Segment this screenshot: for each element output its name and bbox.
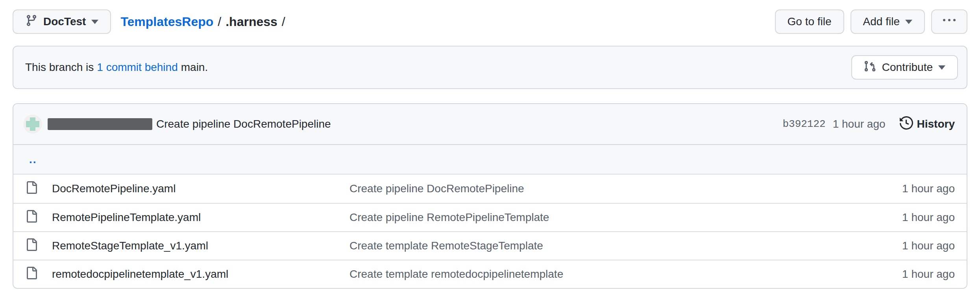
go-to-file-button[interactable]: Go to file: [775, 9, 844, 34]
file-name-link[interactable]: RemoteStageTemplate_v1.yaml: [52, 240, 208, 252]
latest-commit-time: 1 hour ago: [833, 118, 886, 130]
table-row[interactable]: DocRemotePipeline.yaml Create pipeline D…: [13, 175, 967, 203]
parent-directory-row[interactable]: ..: [13, 145, 967, 175]
history-clock-icon: [900, 116, 913, 132]
table-row[interactable]: RemotePipelineTemplate.yaml Create pipel…: [13, 203, 967, 231]
add-file-label: Add file: [863, 15, 900, 28]
branch-status-banner: This branch is 1 commit behind main. Con…: [13, 46, 967, 89]
breadcrumb-repo-link[interactable]: TemplatesRepo: [120, 15, 213, 29]
breadcrumb-current-path: .harness: [226, 15, 277, 29]
commit-author-avatar[interactable]: [23, 115, 42, 134]
file-commit-message-link[interactable]: Create template remotedocpipelinetemplat…: [349, 268, 837, 281]
file-icon: [25, 238, 38, 254]
file-commit-message-link[interactable]: Create pipeline DocRemotePipeline: [349, 182, 837, 195]
toolbar-left: DocTest TemplatesRepo / .harness /: [13, 9, 285, 34]
latest-commit-row: Create pipeline DocRemotePipeline b39212…: [13, 104, 967, 145]
file-commit-message-link[interactable]: Create pipeline RemotePipelineTemplate: [349, 211, 837, 224]
branch-status-suffix: main.: [181, 61, 208, 74]
breadcrumb-trailing-separator: /: [282, 15, 285, 29]
parent-directory-link[interactable]: ..: [29, 153, 37, 166]
file-commit-time: 1 hour ago: [837, 211, 955, 224]
file-commit-time: 1 hour ago: [837, 240, 955, 252]
file-name-link[interactable]: DocRemotePipeline.yaml: [52, 182, 176, 195]
breadcrumb: TemplatesRepo / .harness /: [120, 15, 285, 29]
file-icon: [25, 267, 38, 282]
more-options-button[interactable]: [931, 9, 967, 34]
add-file-button[interactable]: Add file: [851, 9, 925, 34]
commit-sha-link[interactable]: b392122: [782, 118, 825, 130]
repo-toolbar: DocTest TemplatesRepo / .harness / Go to…: [13, 9, 967, 34]
branch-status-prefix: This branch is: [25, 61, 94, 74]
chevron-down-icon: [91, 20, 98, 24]
contribute-icon: [864, 60, 876, 75]
file-name-cell: RemoteStageTemplate_v1.yaml: [25, 238, 349, 254]
file-name-cell: remotedocpipelinetemplate_v1.yaml: [25, 267, 349, 282]
table-row[interactable]: RemoteStageTemplate_v1.yaml Create templ…: [13, 231, 967, 260]
contribute-label: Contribute: [882, 61, 933, 74]
commits-behind-link[interactable]: 1 commit behind: [97, 61, 178, 74]
branch-name: DocTest: [43, 15, 86, 28]
chevron-down-icon: [938, 65, 945, 70]
file-name-link[interactable]: RemotePipelineTemplate.yaml: [52, 211, 201, 224]
contribute-button[interactable]: Contribute: [851, 55, 958, 80]
file-icon: [25, 210, 38, 225]
file-table: Create pipeline DocRemotePipeline b39212…: [13, 103, 967, 289]
breadcrumb-separator: /: [218, 15, 221, 29]
history-label: History: [917, 118, 955, 130]
toolbar-right: Go to file Add file: [775, 9, 967, 34]
file-commit-time: 1 hour ago: [837, 182, 955, 195]
branch-status-text: This branch is 1 commit behind main.: [25, 61, 208, 74]
file-icon: [25, 181, 38, 197]
latest-commit-meta: b392122 1 hour ago History: [782, 116, 955, 132]
file-commit-message-link[interactable]: Create template RemoteStageTemplate: [349, 240, 837, 252]
table-row[interactable]: remotedocpipelinetemplate_v1.yaml Create…: [13, 260, 967, 288]
branch-selector-button[interactable]: DocTest: [13, 9, 111, 34]
file-commit-time: 1 hour ago: [837, 268, 955, 281]
kebab-horizontal-icon: [943, 14, 956, 30]
chevron-down-icon: [905, 20, 912, 24]
latest-commit-message-link[interactable]: Create pipeline DocRemotePipeline: [156, 118, 331, 130]
file-name-cell: RemotePipelineTemplate.yaml: [25, 210, 349, 225]
file-name-link[interactable]: remotedocpipelinetemplate_v1.yaml: [52, 268, 228, 281]
file-name-cell: DocRemotePipeline.yaml: [25, 181, 349, 197]
go-to-file-label: Go to file: [788, 15, 832, 28]
commit-author-redacted: [48, 118, 152, 130]
repo-file-browser: DocTest TemplatesRepo / .harness / Go to…: [0, 0, 980, 301]
history-link[interactable]: History: [900, 116, 955, 132]
git-branch-icon: [25, 14, 38, 30]
